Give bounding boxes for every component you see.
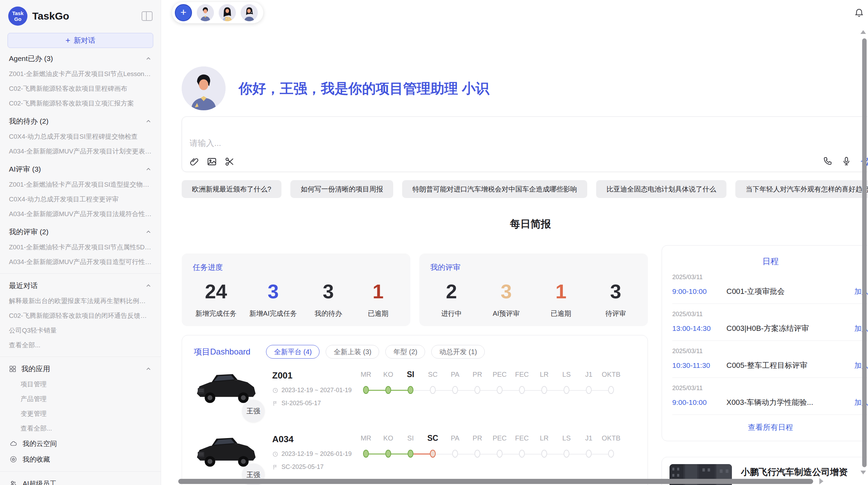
- milestone-label: J1: [578, 433, 600, 444]
- stat-label: 我的待办: [310, 309, 347, 318]
- notification-bell-icon[interactable]: [854, 8, 864, 18]
- image-icon[interactable]: [207, 157, 217, 167]
- sidebar-item[interactable]: C0X4-动力总成开发项目SI里程碑提交物检查: [0, 129, 161, 144]
- milestone-labels: MR KO SI SC PA PR PEC FEC LR LS J1: [355, 369, 636, 380]
- sidebar-item[interactable]: Z001-全新燃油皮卡产品开发项目SI节点Lesson Learn报告: [0, 66, 161, 81]
- vertical-scrollbar[interactable]: [862, 38, 867, 467]
- sidebar-item-ai-super-staff[interactable]: AI超级员工: [0, 476, 161, 485]
- section-title: 我的待办 (2): [9, 116, 49, 126]
- project-code: Z001: [272, 370, 355, 381]
- project-dates: 2023-12-19 ~ 2027-01-19: [272, 387, 355, 394]
- milestone-labels: MR KO SI SC PA PR PEC FEC LR LS J1: [355, 433, 636, 444]
- milestone-timeline: MR KO SI SC PA PR PEC FEC LR LS J1: [355, 432, 636, 485]
- main-area: + 王强 你好，王强，我是你的项目管理助理 小识: [161, 0, 868, 485]
- message-input[interactable]: [189, 138, 600, 148]
- milestone-label: PEC: [489, 433, 511, 444]
- news-title: 小鹏飞行汽车制造公司增资: [741, 466, 868, 478]
- daily-briefing-header: 每日简报: [182, 217, 868, 231]
- horizontal-scroll-right-arrow[interactable]: [819, 478, 823, 484]
- suggestion-chip[interactable]: 特朗普可能对进口汽车增税会对中国车企造成哪些影响: [402, 180, 587, 198]
- sidebar-item[interactable]: C02-飞腾新能源轻客改款项目里程碑画布: [0, 81, 161, 96]
- sidebar-item-favorites[interactable]: 我的收藏: [0, 451, 161, 467]
- sidebar-item[interactable]: C0X4-动力总成开发项目工程变更评审: [0, 192, 161, 207]
- milestone-dot: [608, 386, 614, 394]
- milestone-label: FEC: [511, 433, 533, 444]
- stat-my-todo: 3 我的待办: [310, 280, 347, 318]
- chevron-up-icon: [145, 55, 152, 62]
- milestone-dot: [430, 386, 436, 394]
- chevron-up-icon: [145, 365, 152, 372]
- suggestion-chip[interactable]: 欧洲新规最近颁布了什么?: [182, 180, 281, 198]
- suggestion-chip[interactable]: 比亚迪全固态电池计划具体说了什么: [596, 180, 726, 198]
- avatar[interactable]: [219, 4, 236, 21]
- topbar-right: 王强: [854, 4, 868, 21]
- tab-powertrain[interactable]: 动总开发 (1): [431, 345, 485, 359]
- apps-view-all[interactable]: 查看全部...: [0, 421, 161, 436]
- section-header-ai-review[interactable]: AI评审 (3): [0, 161, 161, 177]
- tab-new-body[interactable]: 全新上装 (3): [326, 345, 379, 359]
- section-header-my-todo[interactable]: 我的待办 (2): [0, 113, 161, 129]
- sidebar-item[interactable]: Z001-全新燃油轻卡产品开发项目SI节点属性5D文件评审: [0, 240, 161, 254]
- vertical-scroll-up-arrow[interactable]: [860, 30, 866, 34]
- chevron-up-icon: [145, 166, 152, 173]
- schedule-event: 2025/03/11 9:00-10:00 C001-立项审批会 加入: [672, 267, 868, 304]
- stat-label: 已逾期: [542, 309, 579, 318]
- new-chat-button[interactable]: + 新对话: [8, 33, 153, 48]
- milestone-label: OKTB: [600, 369, 622, 380]
- recent-view-all[interactable]: 查看全部...: [0, 338, 161, 352]
- flag-icon: [272, 400, 278, 407]
- phone-icon[interactable]: [823, 156, 833, 166]
- suggestion-chip[interactable]: 当下年轻人对汽车外观有怎样的喜好趋势: [735, 180, 868, 198]
- recent-chat-item[interactable]: C02-飞腾新能源轻客改款项目的闭环通告反馈情况: [0, 308, 161, 323]
- sidebar-collapse-icon[interactable]: [142, 11, 153, 21]
- sidebar-item[interactable]: A034-全新新能源MUV产品开发项目计划变更表编写: [0, 144, 161, 159]
- schedule-event: 2025/03/11 9:00-10:00 X003-车辆动力学性能验... 加…: [672, 378, 868, 415]
- tab-new-platform[interactable]: 全新平台 (4): [266, 345, 320, 359]
- project-row-z001[interactable]: 王强 Z001 2023-12-19 ~ 2027-01-19 SI-2025-…: [194, 368, 636, 422]
- divider: [0, 357, 161, 357]
- topbar: + 王强: [161, 0, 868, 23]
- app-item-change-mgmt[interactable]: 变更管理: [0, 406, 161, 421]
- recent-chat-item[interactable]: 公司Q3轻卡销量: [0, 323, 161, 338]
- microphone-icon[interactable]: [841, 156, 852, 166]
- app-item-product-mgmt[interactable]: 产品管理: [0, 391, 161, 406]
- section-header-recent-chats[interactable]: 最近对话: [0, 278, 161, 294]
- section-header-my-apps[interactable]: 我的应用: [0, 361, 161, 377]
- chevron-up-icon: [145, 282, 152, 289]
- star-badge-icon: [10, 456, 17, 463]
- section-header-my-review[interactable]: 我的评审 (2): [0, 224, 161, 240]
- scissors-icon[interactable]: [225, 157, 235, 167]
- avatar[interactable]: [241, 4, 258, 21]
- sidebar-item[interactable]: A034-全新新能源MUV产品开发项目造型可行性评审: [0, 254, 161, 269]
- sidebar-item[interactable]: Z001-全新燃油轻卡产品开发项目SI造型提交物评审: [0, 177, 161, 192]
- avatar-woman2-illustration: [241, 4, 258, 21]
- project-dates: 2023-12-19 ~ 2026-01-19: [272, 450, 355, 458]
- users-icon: [10, 480, 17, 485]
- sidebar-item[interactable]: C02-飞腾新能源轻客改款项目立项汇报方案: [0, 96, 161, 111]
- milestone-dot: [497, 386, 503, 394]
- milestone-label: PA: [444, 433, 466, 444]
- schedule-title: 日程: [672, 256, 868, 267]
- stat-label: 进行中: [433, 309, 470, 318]
- sidebar-item[interactable]: A034-全新新能源MUV产品开发项目法规符合性评审: [0, 207, 161, 221]
- project-row-a034[interactable]: 王强 A034 2023-12-19 ~ 2026-01-19 SC-2025-…: [194, 432, 636, 485]
- milestone-label: MR: [355, 433, 377, 444]
- app-item-project-mgmt[interactable]: 项目管理: [0, 377, 161, 391]
- milestone-label: OKTB: [600, 433, 622, 444]
- vertical-scroll-down-arrow[interactable]: [860, 471, 866, 474]
- section-header-agent-done[interactable]: Agent已办 (3): [0, 51, 161, 66]
- suggestion-chip[interactable]: 如何写一份清晰的项目周报: [290, 180, 393, 198]
- attachment-icon[interactable]: [189, 157, 199, 167]
- project-media: 王强: [194, 368, 267, 420]
- left-column: 任务进度 24 新增完成任务 3 新增AI完成任务 3: [182, 245, 648, 485]
- add-member-button[interactable]: +: [175, 4, 192, 21]
- project-flag-label: SI-2025-05-17: [281, 400, 321, 407]
- milestone-label: LS: [555, 433, 578, 444]
- sidebar-item-cloud-space[interactable]: 我的云空间: [0, 436, 161, 451]
- tab-model-year[interactable]: 年型 (2): [385, 345, 425, 359]
- view-all-schedule-link[interactable]: 查看所有日程: [672, 415, 868, 436]
- milestone-dot: [497, 450, 503, 458]
- recent-chat-item[interactable]: 解释最新出台的欧盟报废车法规再生塑料比例被调至15%...: [0, 294, 161, 308]
- horizontal-scrollbar[interactable]: [178, 479, 813, 484]
- avatar[interactable]: [197, 4, 214, 21]
